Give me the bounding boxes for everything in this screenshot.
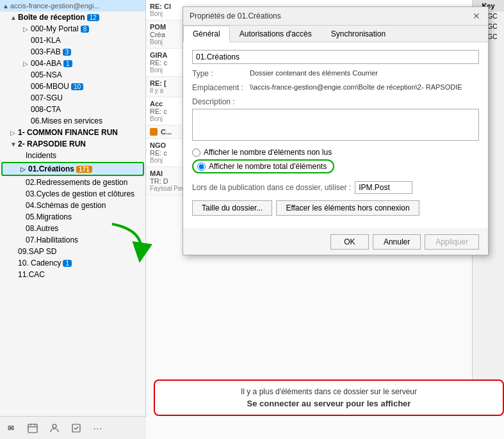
location-row: Emplacement : \\accis-france-gestion@eng… [192,83,479,92]
tab-general[interactable]: Général [183,26,230,42]
clear-offline-button[interactable]: Effacer les éléments hors connexion [276,200,419,216]
dialog-buttons-row: Taille du dossier... Effacer les élément… [192,200,479,216]
dialog-titlebar: Propriétés de 01.Créations ✕ [183,7,488,26]
publish-select[interactable]: IPM.Post [355,181,412,194]
cancel-button[interactable]: Annuler [373,234,421,250]
item-label: 003-FAB [31,47,61,56]
contacts-nav-icon[interactable] [47,421,61,435]
bottom-nav: ✉ ··· [0,416,146,439]
publish-row: Lors de la publication dans ce dossier, … [192,181,479,194]
description-textarea[interactable] [192,109,479,141]
item-badge: 10 [71,83,83,90]
expand-arrow: ▷ [20,166,28,173]
sidebar-item-09-sap-sd[interactable]: 09.SAP SD [0,246,145,257]
sidebar-item-07-habilitations[interactable]: 07.Habilitations [0,234,145,246]
description-label: Description : [192,97,479,106]
item-label: 09.SAP SD [18,247,56,256]
dialog-title: Propriétés de 01.Créations [190,12,281,20]
sidebar-item-03-cycles[interactable]: 03.Cycles de gestion et clôtures [0,188,145,200]
tab-autorisations[interactable]: Autorisations d'accès [230,26,321,42]
item-badge: 3 [63,49,72,56]
sidebar-item-008-cta[interactable]: 008-CTA [0,104,145,115]
sidebar-item-incidents[interactable]: Incidents [0,150,145,161]
tasks-nav-icon[interactable] [69,421,83,435]
sidebar-item-000-my-portal[interactable]: ▷ 000-My Portal 8 [0,23,145,35]
orange-flag-icon [150,128,158,136]
more-nav-icon[interactable]: ··· [91,421,105,435]
calendar-nav-icon[interactable] [26,421,40,435]
item-badge: 8 [81,26,90,33]
radio-total-label: Afficher le nombre total d'éléments [209,162,327,171]
svg-rect-0 [28,424,37,433]
item-label: 1- COMMON FINANCE RUN [18,128,118,137]
sidebar-item-10-cadency[interactable]: 10. Cadency 1 [0,257,145,269]
sidebar-item-001-kla[interactable]: 001-KLA [0,35,145,46]
item-label: 10. Cadency [18,259,61,267]
sidebar-item-06-mises[interactable]: 06.Mises en services [0,115,145,127]
sidebar-item-account[interactable]: ▲ accis-france-gestion@engi... [0,0,145,12]
item-arrow: ▷ [23,26,31,33]
location-label: Emplacement : [192,83,250,92]
item-label: 11.CAC [18,270,45,279]
item-label: 005-NSA [31,70,62,79]
sidebar-item-11-cac[interactable]: 11.CAC [0,269,145,280]
sidebar-item-004-aba[interactable]: ▷ 004-ABA 1 [0,58,145,69]
sidebar-item-04-schemas[interactable]: 04.Schémas de gestion [0,200,145,211]
item-label: 000-My Portal [31,24,79,33]
sidebar-item-2-rapsodie[interactable]: ▼ 2- RAPSODIE RUN [0,138,145,150]
radio-unread-input[interactable] [192,148,200,157]
item-label: 03.Cycles de gestion et clôtures [26,189,134,198]
expand-arrow: ▼ [10,141,18,148]
sidebar-item-005-nsa[interactable]: 005-NSA [0,69,145,81]
ok-button[interactable]: OK [330,234,369,250]
item-label: 05.Migrations [26,212,72,221]
dialog-body: Type : Dossier contenant des éléments Co… [183,42,488,228]
close-button[interactable]: ✕ [471,11,482,21]
folder-size-button[interactable]: Taille du dossier... [192,200,272,216]
folder-name-field [192,50,479,64]
inbox-label: Boîte de réception [18,13,85,22]
apply-button[interactable]: Appliquer [425,234,479,250]
item-label: 2- RAPSODIE RUN [18,140,86,148]
sidebar-item-006-mbou[interactable]: 006-MBOU 10 [0,81,145,92]
sidebar: ▲ accis-france-gestion@engi... ▲ Boîte d… [0,0,146,439]
tab-synchronisation[interactable]: Synchronisation [321,26,395,42]
svg-rect-5 [72,424,80,432]
radio-unread-label: Afficher le nombre d'éléments non lus [204,148,332,157]
item-label: 004-ABA [31,59,61,68]
radio-group: Afficher le nombre d'éléments non lus Af… [192,148,479,176]
item-label: Incidents [26,151,56,160]
item-label: 01.Créations [28,164,74,173]
radio-total[interactable]: Afficher le nombre total d'éléments [192,159,334,173]
item-badge: 1 [63,60,72,67]
radio-unread[interactable]: Afficher le nombre d'éléments non lus [192,148,479,157]
radio-total-input[interactable] [197,163,206,171]
sidebar-item-01-creations[interactable]: ▷ 01.Créations 171 [1,162,144,176]
sidebar-item-05-migrations[interactable]: 05.Migrations [0,211,145,223]
sidebar-item-inbox[interactable]: ▲ Boîte de réception 12 [0,12,145,23]
collapse-arrow: ▲ [3,3,10,10]
item-label: 001-KLA [31,36,61,45]
item-badge: 1 [63,260,72,267]
folder-name-input[interactable] [192,50,479,64]
expand-arrow: ▲ [10,14,18,21]
item-label: 06.Mises en services [31,116,102,125]
sidebar-item-007-sgu[interactable]: 007-SGU [0,92,145,104]
sidebar-item-003-fab[interactable]: 003-FAB 3 [0,46,145,58]
publish-select-wrapper: IPM.Post [355,181,412,194]
type-label: Type : [192,69,250,78]
account-label: accis-france-gestion@engi... [10,2,100,10]
main-container: ▲ accis-france-gestion@engi... ▲ Boîte d… [0,0,504,439]
server-notice-connect-link[interactable]: Se connecter au serveur pour les affiche… [168,399,490,408]
publish-label: Lors de la publication dans ce dossier, … [192,183,351,192]
server-notice-line1: Il y a plus d'éléments dans ce dossier s… [168,387,490,396]
svg-point-4 [53,424,56,428]
item-label: 008-CTA [31,105,61,114]
server-notice: Il y a plus d'éléments dans ce dossier s… [154,379,504,416]
mail-nav-icon[interactable]: ✉ [4,421,18,435]
inbox-badge: 12 [87,14,99,21]
email-content: C... [161,128,172,136]
sidebar-item-1-common-finance[interactable]: ▷ 1- COMMON FINANCE RUN [0,127,145,138]
sidebar-item-02-redressements[interactable]: 02.Redressements de gestion [0,177,145,188]
sidebar-item-08-autres[interactable]: 08.Autres [0,223,145,234]
